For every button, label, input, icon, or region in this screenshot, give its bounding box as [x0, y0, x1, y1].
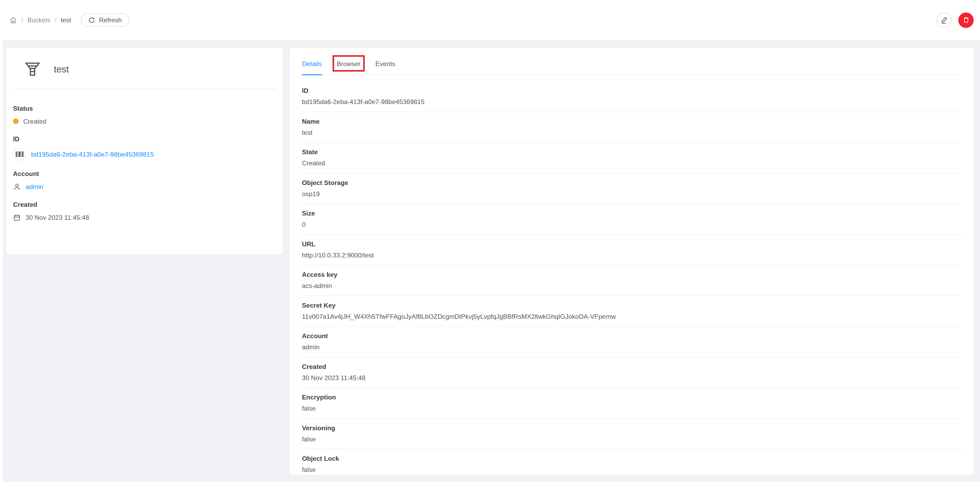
details-panel: Details Browser Events ID bd195da6-2eba-…: [290, 48, 974, 474]
field-label: Account: [13, 170, 276, 178]
detail-label: Size: [302, 208, 962, 218]
detail-label: Versioning: [302, 423, 962, 433]
reload-icon: [88, 16, 95, 23]
detail-value: false: [302, 465, 962, 474]
detail-row: Object Storage osp19: [302, 173, 962, 204]
detail-row: Size 0: [302, 204, 962, 235]
header-actions: [937, 12, 974, 28]
detail-value: test: [302, 128, 962, 137]
delete-button[interactable]: [958, 12, 974, 28]
detail-row: State Created: [302, 143, 962, 173]
tabs-bar: Details Browser Events: [302, 48, 962, 75]
created-value: 30 Nov 2023 11:45:48: [25, 213, 89, 222]
barcode-icon: [13, 147, 27, 161]
calendar-icon: [13, 213, 21, 221]
field-account: Account admin: [13, 170, 276, 191]
field-created: Created 30 Nov 2023 11:45:48: [13, 200, 276, 222]
detail-label: ID: [302, 86, 962, 95]
detail-label: URL: [302, 239, 962, 248]
field-label: Created: [13, 200, 276, 208]
page-header: / Buckets / test Refresh: [0, 0, 980, 40]
status-dot: [13, 118, 19, 124]
detail-value: Created: [302, 159, 962, 168]
detail-label: Object Lock: [302, 454, 962, 463]
detail-row: Versioning false: [302, 418, 962, 449]
bucket-funnel-icon: [25, 62, 41, 77]
screenshot-root: / Buckets / test Refresh: [0, 0, 980, 482]
trash-icon: [962, 16, 970, 24]
detail-label: Created: [302, 362, 962, 371]
breadcrumb: / Buckets / test Refresh: [9, 14, 129, 27]
resource-header: test: [6, 48, 283, 77]
breadcrumb-separator: /: [22, 16, 23, 24]
detail-row: URL http://10.0.33.2:9000/test: [302, 235, 962, 266]
detail-value: osp19: [302, 189, 962, 198]
detail-label: Object Storage: [302, 178, 962, 187]
detail-label: Secret Key: [302, 301, 962, 310]
pencil-icon: [940, 16, 948, 24]
refresh-label: Refresh: [99, 16, 122, 24]
status-value: Created: [23, 116, 46, 126]
detail-label: Access key: [302, 270, 962, 279]
account-link[interactable]: admin: [25, 182, 43, 191]
field-label: ID: [13, 135, 276, 143]
detail-row: Name test: [302, 112, 962, 143]
detail-value: false: [302, 434, 962, 444]
tab-events[interactable]: Events: [375, 59, 395, 75]
edit-button[interactable]: [937, 12, 952, 28]
resource-title: test: [54, 64, 69, 75]
collapsed-sidebar-edge: [0, 0, 3, 482]
app: / Buckets / test Refresh: [0, 0, 980, 482]
breadcrumb-item-buckets[interactable]: Buckets: [27, 16, 51, 24]
detail-value: 30 Nov 2023 11:45:48: [302, 373, 962, 382]
tab-details[interactable]: Details: [302, 59, 322, 75]
detail-value: acs-admin: [302, 281, 962, 290]
field-label: Status: [13, 104, 276, 113]
detail-label: Encryption: [302, 393, 962, 402]
user-icon: [13, 183, 21, 191]
detail-row: Secret Key 11v007a1Av4jJH_W4Xh5TfwFFAgoJ…: [302, 296, 962, 327]
detail-row: ID bd195da6-2eba-413f-a0e7-98be45369815: [302, 81, 962, 112]
detail-value: 11v007a1Av4jJH_W4Xh5TfwFFAgoJyAf8LbOZDcg…: [302, 312, 962, 321]
detail-value: false: [302, 404, 962, 413]
refresh-button[interactable]: Refresh: [81, 14, 129, 27]
tab-browser[interactable]: Browser: [337, 59, 361, 75]
detail-row: Encryption false: [302, 388, 962, 418]
resource-info-card: test Status Created ID bd: [6, 48, 283, 254]
details-list: ID bd195da6-2eba-413f-a0e7-98be45369815 …: [302, 75, 962, 480]
resource-fields: Status Created ID bd195da6-2eba-413f-a0e…: [6, 89, 283, 222]
home-icon[interactable]: [9, 16, 17, 24]
bucket-id-link[interactable]: bd195da6-2eba-413f-a0e7-98be45369815: [31, 150, 154, 159]
detail-value: bd195da6-2eba-413f-a0e7-98be45369815: [302, 97, 962, 107]
detail-row: Account admin: [302, 326, 962, 357]
field-status: Status Created: [13, 104, 276, 126]
field-id: ID bd195da6-2eba-413f-a0e7-98be45369815: [13, 135, 276, 161]
breadcrumb-item-current: test: [61, 16, 72, 24]
detail-label: State: [302, 147, 962, 157]
tab-browser-label: Browser: [337, 60, 361, 67]
detail-label: Name: [302, 116, 962, 126]
detail-value: admin: [302, 342, 962, 352]
detail-value: 0: [302, 220, 962, 229]
detail-row: Object Lock false: [302, 449, 962, 479]
breadcrumb-separator: /: [55, 16, 57, 24]
detail-row: Created 30 Nov 2023 11:45:48: [302, 357, 962, 388]
detail-label: Account: [302, 331, 962, 340]
detail-row: Access key acs-admin: [302, 265, 962, 296]
detail-value: http://10.0.33.2:9000/test: [302, 250, 962, 259]
